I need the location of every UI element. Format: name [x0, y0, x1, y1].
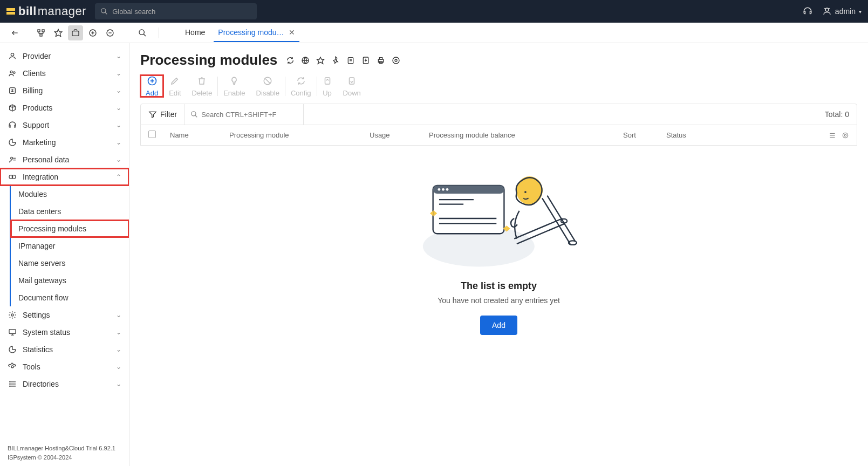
col-sort[interactable]: Sort: [623, 131, 666, 139]
directories-icon: [8, 380, 17, 388]
pin-icon[interactable]: [330, 55, 341, 66]
sidebar-item-billing[interactable]: Billing ⌄: [0, 82, 129, 99]
action-toolbar: Add Edit Delete Enable Disable: [140, 75, 857, 97]
support-icon[interactable]: [803, 6, 812, 16]
tools-icon: [8, 362, 17, 371]
chevron-down-icon: ⌄: [116, 121, 121, 129]
sidebar-item-label: System status: [23, 328, 70, 337]
back-button[interactable]: [8, 25, 23, 40]
enable-button[interactable]: Enable: [218, 75, 250, 97]
settings-circle-icon[interactable]: [391, 55, 401, 66]
empty-add-button[interactable]: Add: [480, 316, 517, 335]
sidebar-item-integration[interactable]: Integration ⌃: [0, 168, 129, 186]
sidebar-item-provider[interactable]: Provider ⌄: [0, 47, 129, 65]
inline-search-input[interactable]: [201, 111, 298, 119]
sidebar-item-personal-data[interactable]: Personal data ⌄: [0, 151, 129, 168]
sidebar-item-label: Products: [23, 104, 52, 112]
sidebar-item-support[interactable]: Support ⌄: [0, 116, 129, 134]
sidebar-item-settings[interactable]: Settings ⌄: [0, 306, 129, 324]
sub-item-mail-gateways[interactable]: Mail gateways: [11, 272, 129, 289]
svg-point-24: [11, 157, 13, 159]
select-all-checkbox[interactable]: [148, 131, 170, 140]
sidebar-item-system-status[interactable]: System status ⌄: [0, 324, 129, 341]
config-button[interactable]: Config: [285, 75, 317, 97]
disable-label: Disable: [256, 89, 279, 97]
up-button[interactable]: Up: [317, 75, 338, 97]
globe-icon[interactable]: [300, 55, 311, 66]
down-button[interactable]: Down: [338, 75, 366, 97]
sidebar-item-tools[interactable]: Tools ⌄: [0, 358, 129, 375]
svg-point-66: [844, 134, 846, 136]
col-usage[interactable]: Usage: [370, 131, 429, 139]
sub-item-ipmanager[interactable]: IPmanager: [11, 237, 129, 255]
sidebar-item-label: Support: [23, 121, 49, 129]
chevron-down-icon: ⌄: [116, 346, 121, 353]
user-menu[interactable]: admin ▾: [822, 6, 862, 16]
svg-point-0: [101, 9, 106, 13]
inline-search[interactable]: [185, 104, 304, 125]
tab-home-label: Home: [185, 28, 205, 37]
sub-item-name-servers[interactable]: Name servers: [11, 255, 129, 272]
sub-item-document-flow[interactable]: Document flow: [11, 289, 129, 306]
col-balance[interactable]: Processing module balance: [429, 131, 623, 139]
global-search-input[interactable]: [112, 8, 251, 16]
svg-point-38: [10, 384, 10, 385]
sub-item-modules[interactable]: Modules: [11, 186, 129, 203]
svg-marker-77: [430, 210, 434, 216]
col-status[interactable]: Status: [666, 131, 720, 139]
ban-icon: [263, 75, 272, 87]
filter-button[interactable]: Filter: [141, 104, 185, 125]
tree-icon[interactable]: [33, 25, 49, 40]
briefcase-icon[interactable]: [68, 25, 83, 40]
col-processing-module[interactable]: Processing module: [229, 131, 370, 139]
delete-button[interactable]: Delete: [187, 75, 218, 97]
search-small-icon[interactable]: [135, 25, 150, 40]
enable-label: Enable: [223, 89, 245, 97]
global-search[interactable]: [95, 3, 257, 19]
remove-circle-icon[interactable]: [102, 25, 118, 40]
disable-button[interactable]: Disable: [251, 75, 285, 97]
target-icon[interactable]: [842, 132, 849, 139]
tab-close-icon[interactable]: ✕: [289, 28, 295, 37]
sidebar-item-directories[interactable]: Directories ⌄: [0, 375, 129, 393]
list-icon[interactable]: [829, 132, 836, 139]
star-outline-icon[interactable]: [315, 55, 326, 66]
svg-point-20: [11, 53, 13, 56]
edit-label: Edit: [169, 89, 181, 97]
svg-rect-57: [325, 78, 330, 84]
chevron-down-icon: ⌄: [116, 380, 121, 388]
sidebar-item-statistics[interactable]: Statistics ⌄: [0, 341, 129, 358]
trash-icon: [197, 75, 207, 87]
sidebar: Provider ⌄ Clients ⌄ Billing ⌄ Products …: [0, 43, 129, 466]
star-icon[interactable]: [51, 25, 66, 40]
edit-button[interactable]: Edit: [163, 75, 186, 97]
tab-processing-modules[interactable]: Processing modu… ✕: [214, 24, 299, 42]
sub-item-data-centers[interactable]: Data centers: [11, 203, 129, 220]
export-icon[interactable]: [360, 55, 371, 66]
sub-item-processing-modules[interactable]: Processing modules: [11, 220, 129, 237]
print-icon[interactable]: [375, 55, 386, 66]
svg-rect-6: [40, 34, 42, 36]
reload-icon[interactable]: [285, 55, 296, 66]
chevron-down-icon: ⌄: [116, 70, 121, 77]
svg-point-82: [524, 191, 527, 193]
col-name[interactable]: Name: [170, 131, 229, 139]
sidebar-item-clients[interactable]: Clients ⌄: [0, 65, 129, 82]
bulb-icon: [229, 75, 239, 87]
svg-point-60: [192, 112, 196, 116]
add-button[interactable]: Add: [140, 75, 163, 97]
integration-submenu: Modules Data centers Processing modules …: [10, 186, 129, 306]
svg-point-65: [843, 133, 848, 138]
clipboard-icon[interactable]: [345, 55, 356, 66]
plus-circle-icon: [147, 75, 158, 87]
sidebar-item-marketing[interactable]: Marketing ⌄: [0, 134, 129, 151]
add-circle-icon[interactable]: [85, 25, 100, 40]
tab-home[interactable]: Home: [181, 24, 209, 42]
svg-point-72: [446, 188, 448, 191]
svg-marker-41: [317, 57, 324, 64]
logo-text-bold: bill: [18, 4, 37, 18]
sidebar-item-products[interactable]: Products ⌄: [0, 99, 129, 116]
svg-rect-48: [380, 57, 382, 59]
copyright-text: ISPsystem © 2004-2024: [8, 453, 121, 462]
empty-state: The list is empty You have not created a…: [140, 146, 857, 351]
